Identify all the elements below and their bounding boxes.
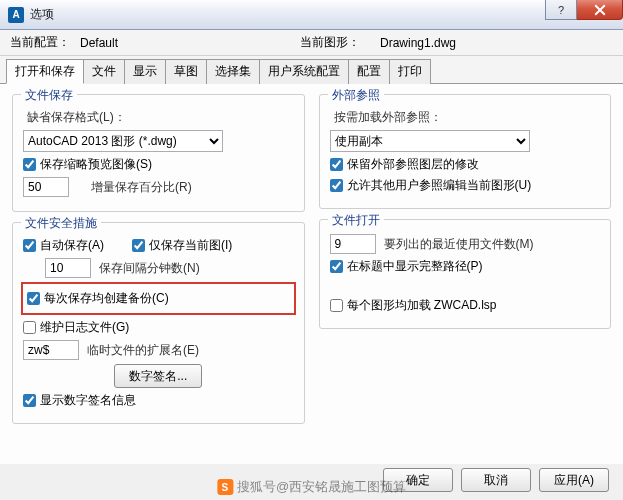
xref-load-select[interactable]: 使用副本: [330, 130, 530, 152]
temp-ext-label: 临时文件的扩展名(E): [87, 342, 199, 359]
tab-strip: 打开和保存 文件 显示 草图 选择集 用户系统配置 配置 打印: [0, 56, 623, 84]
tab-file[interactable]: 文件: [84, 59, 125, 84]
autosave-checkbox[interactable]: [23, 239, 36, 252]
apply-button[interactable]: 应用(A): [539, 468, 609, 492]
show-sign-checkbox-label[interactable]: 显示数字签名信息: [23, 392, 136, 409]
group-xref-title: 外部参照: [328, 87, 384, 104]
watermark: S 搜狐号@西安铭晟施工图预算: [217, 478, 406, 496]
increment-label: 增量保存百分比(R): [91, 179, 192, 196]
config-info-row: 当前配置： Default 当前图形： Drawing1.dwg: [0, 30, 623, 56]
fullpath-checkbox[interactable]: [330, 260, 343, 273]
keep-layer-checkbox-label[interactable]: 保留外部参照图层的修改: [330, 156, 479, 173]
log-label-text: 维护日志文件(G): [40, 319, 129, 336]
digital-signature-button[interactable]: 数字签名...: [114, 364, 202, 388]
dialog-footer: 确定 取消 应用(A): [383, 468, 609, 492]
keep-layer-checkbox[interactable]: [330, 158, 343, 171]
thumbnail-checkbox-label[interactable]: 保存缩略预览图像(S): [23, 156, 152, 173]
window-controls: ?: [545, 0, 623, 29]
increment-input[interactable]: [23, 177, 69, 197]
log-checkbox[interactable]: [23, 321, 36, 334]
thumbnail-checkbox[interactable]: [23, 158, 36, 171]
interval-input[interactable]: [45, 258, 91, 278]
fullpath-checkbox-label[interactable]: 在标题中显示完整路径(P): [330, 258, 483, 275]
tab-print[interactable]: 打印: [390, 59, 431, 84]
log-checkbox-label[interactable]: 维护日志文件(G): [23, 319, 129, 336]
tab-selection[interactable]: 选择集: [207, 59, 260, 84]
cancel-button[interactable]: 取消: [461, 468, 531, 492]
current-drawing-label: 当前图形：: [300, 34, 380, 51]
default-format-label: 缺省保存格式(L)：: [27, 109, 126, 126]
help-button[interactable]: ?: [545, 0, 577, 20]
only-current-label-text: 仅保存当前图(I): [149, 237, 232, 254]
autosave-checkbox-label[interactable]: 自动保存(A): [23, 237, 104, 254]
load-zwcad-checkbox[interactable]: [330, 299, 343, 312]
fullpath-label-text: 在标题中显示完整路径(P): [347, 258, 483, 275]
app-icon: A: [8, 7, 24, 23]
watermark-text: 搜狐号@西安铭晟施工图预算: [237, 478, 406, 496]
tab-content: 文件保存 缺省保存格式(L)： AutoCAD 2013 图形 (*.dwg) …: [0, 84, 623, 464]
autosave-label-text: 自动保存(A): [40, 237, 104, 254]
highlighted-backup-row: 每次保存均创建备份(C): [21, 282, 296, 315]
tab-profile[interactable]: 配置: [349, 59, 390, 84]
group-xref: 外部参照 按需加载外部参照： 使用副本 保留外部参照图层的修改 允许其他用户参照…: [319, 94, 612, 209]
backup-each-checkbox[interactable]: [27, 292, 40, 305]
close-button[interactable]: [577, 0, 623, 20]
group-file-open: 文件打开 要列出的最近使用文件数(M) 在标题中显示完整路径(P) 每个图形均加…: [319, 219, 612, 329]
right-column: 外部参照 按需加载外部参照： 使用副本 保留外部参照图层的修改 允许其他用户参照…: [319, 94, 612, 454]
close-icon: [594, 4, 606, 16]
show-sign-checkbox[interactable]: [23, 394, 36, 407]
load-zwcad-label-text: 每个图形均加载 ZWCAD.lsp: [347, 297, 497, 314]
keep-layer-label-text: 保留外部参照图层的修改: [347, 156, 479, 173]
current-config-label: 当前配置：: [10, 34, 80, 51]
load-zwcad-checkbox-label[interactable]: 每个图形均加载 ZWCAD.lsp: [330, 297, 497, 314]
current-drawing-value: Drawing1.dwg: [380, 36, 456, 50]
show-sign-label-text: 显示数字签名信息: [40, 392, 136, 409]
temp-ext-input[interactable]: [23, 340, 79, 360]
tab-open-save[interactable]: 打开和保存: [6, 59, 84, 84]
default-format-select[interactable]: AutoCAD 2013 图形 (*.dwg): [23, 130, 223, 152]
tab-user[interactable]: 用户系统配置: [260, 59, 349, 84]
ok-button[interactable]: 确定: [383, 468, 453, 492]
current-config-value: Default: [80, 36, 300, 50]
xref-load-label: 按需加载外部参照：: [334, 109, 442, 126]
group-file-open-title: 文件打开: [328, 212, 384, 229]
backup-each-label-text: 每次保存均创建备份(C): [44, 290, 169, 307]
window-title: 选项: [30, 6, 545, 23]
tab-display[interactable]: 显示: [125, 59, 166, 84]
group-file-safety-title: 文件安全措施: [21, 215, 101, 232]
allow-edit-checkbox-label[interactable]: 允许其他用户参照编辑当前图形(U): [330, 177, 532, 194]
only-current-checkbox-label[interactable]: 仅保存当前图(I): [132, 237, 232, 254]
group-file-save-title: 文件保存: [21, 87, 77, 104]
only-current-checkbox[interactable]: [132, 239, 145, 252]
recent-files-input[interactable]: [330, 234, 376, 254]
tab-draft[interactable]: 草图: [166, 59, 207, 84]
thumbnail-label-text: 保存缩略预览图像(S): [40, 156, 152, 173]
allow-edit-checkbox[interactable]: [330, 179, 343, 192]
interval-label: 保存间隔分钟数(N): [99, 260, 200, 277]
group-file-save: 文件保存 缺省保存格式(L)： AutoCAD 2013 图形 (*.dwg) …: [12, 94, 305, 212]
recent-files-label: 要列出的最近使用文件数(M): [384, 236, 534, 253]
left-column: 文件保存 缺省保存格式(L)： AutoCAD 2013 图形 (*.dwg) …: [12, 94, 305, 454]
group-file-safety: 文件安全措施 自动保存(A) 仅保存当前图(I) 保存间隔分钟数(N): [12, 222, 305, 424]
title-bar: A 选项 ?: [0, 0, 623, 30]
backup-each-checkbox-label[interactable]: 每次保存均创建备份(C): [27, 290, 169, 307]
allow-edit-label-text: 允许其他用户参照编辑当前图形(U): [347, 177, 532, 194]
watermark-icon: S: [217, 479, 233, 495]
